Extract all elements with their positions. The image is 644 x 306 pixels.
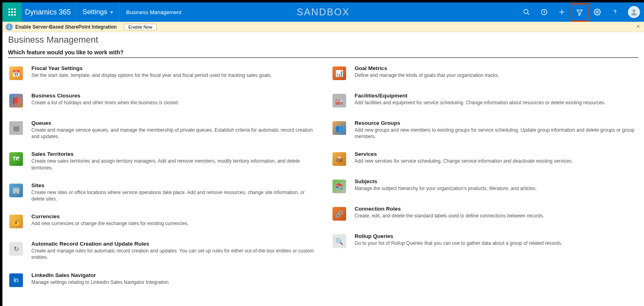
svg-point-9 xyxy=(524,9,528,14)
resource-groups-icon: 👥 xyxy=(332,121,346,135)
feature-currencies[interactable]: 💰CurrenciesAdd new currencies or change … xyxy=(8,209,315,237)
feature-title: Rollup Queries xyxy=(355,233,562,239)
help-button[interactable] xyxy=(606,2,624,22)
feature-desc: Create a list of holidays and other time… xyxy=(31,99,179,106)
plus-icon xyxy=(558,8,566,16)
svg-rect-1 xyxy=(11,8,13,10)
clock-icon xyxy=(541,8,548,16)
settings-button[interactable] xyxy=(588,2,606,22)
feature-text: Automatic Record Creation and Update Rul… xyxy=(31,241,315,261)
feature-desc: Manage settings relating to LinkedIn Sal… xyxy=(31,279,169,285)
currencies-icon: 💰 xyxy=(9,215,23,228)
feature-desc: Add new currencies or change the exchang… xyxy=(31,220,189,227)
feature-icon: 📅 xyxy=(8,65,24,81)
svg-point-16 xyxy=(615,14,615,14)
product-name[interactable]: Dynamics 365 xyxy=(22,8,76,17)
feature-automatic-record-creation-and-update-rules[interactable]: ↻Automatic Record Creation and Update Ru… xyxy=(8,237,315,268)
feature-text: Resource GroupsAdd new groups and new me… xyxy=(355,120,638,140)
funnel-icon xyxy=(576,9,583,16)
feature-icon: ↻ xyxy=(8,241,24,257)
feature-text: Rollup QueriesGo to your list of Rollup … xyxy=(355,233,562,249)
svg-marker-14 xyxy=(577,10,582,16)
feature-facilities-equipment[interactable]: 🏭Facilities/EquipmentAdd facilities and … xyxy=(331,89,638,116)
feature-icon: 📦 xyxy=(331,151,347,167)
search-icon xyxy=(523,8,530,16)
automatic-record-creation-and-update-rules-icon: ↻ xyxy=(9,242,23,256)
feature-title: Automatic Record Creation and Update Rul… xyxy=(31,241,315,247)
svg-rect-3 xyxy=(8,11,10,13)
feature-linkedin-sales-navigator[interactable]: inLinkedIn Sales NavigatorManage setting… xyxy=(8,268,315,296)
feature-subjects[interactable]: 📚SubjectsManage the subject hierarchy fo… xyxy=(331,174,638,202)
connection-roles-icon: 🔗 xyxy=(332,207,346,221)
waffle-icon xyxy=(8,8,16,16)
feature-icon: 🔗 xyxy=(331,206,347,222)
chevron-down-icon: ▼ xyxy=(109,10,114,14)
business-closures-icon: 📕 xyxy=(9,94,23,108)
svg-rect-7 xyxy=(11,14,13,16)
feature-title: Facilities/Equipment xyxy=(355,93,606,99)
notification-close-button[interactable]: × xyxy=(636,23,640,30)
feature-resource-groups[interactable]: 👥Resource GroupsAdd new groups and new m… xyxy=(331,116,638,147)
feature-desc: Define and manage the kinds of goals tha… xyxy=(355,72,499,79)
svg-point-17 xyxy=(633,9,636,12)
svg-rect-5 xyxy=(14,11,16,13)
feature-sites[interactable]: 🏢SitesCreate new sites or office locatio… xyxy=(8,178,315,209)
feature-icon: 🏭 xyxy=(331,93,347,109)
breadcrumb-label: Business Management xyxy=(126,9,181,15)
feature-title: Currencies xyxy=(31,213,189,219)
breadcrumb[interactable]: Business Management xyxy=(119,2,188,22)
svg-rect-8 xyxy=(14,14,16,16)
feature-text: LinkedIn Sales NavigatorManage settings … xyxy=(31,272,169,288)
notification-bar: i Enable Server-Based SharePoint Integra… xyxy=(2,22,644,32)
help-icon xyxy=(611,8,619,16)
feature-text: CurrenciesAdd new currencies or change t… xyxy=(31,213,189,229)
feature-icon: 📚 xyxy=(331,178,347,194)
sales-territories-icon: 🗺 xyxy=(9,152,23,166)
feature-desc: Create new sites or office locations whe… xyxy=(31,189,315,202)
search-button[interactable] xyxy=(518,2,535,22)
page-title: Business Management xyxy=(8,35,638,45)
feature-title: Business Closures xyxy=(31,93,179,99)
area-switcher[interactable]: Settings ▼ xyxy=(76,2,119,22)
feature-fiscal-year-settings[interactable]: 📅Fiscal Year SettingsSet the start date,… xyxy=(8,61,315,89)
feature-goal-metrics[interactable]: 📊Goal MetricsDefine and manage the kinds… xyxy=(331,61,638,89)
svg-line-10 xyxy=(527,13,529,15)
app-launcher-button[interactable] xyxy=(2,2,22,22)
feature-title: Subjects xyxy=(355,178,537,184)
user-avatar[interactable] xyxy=(628,6,640,18)
feature-title: Goal Metrics xyxy=(355,65,499,71)
feature-icon: in xyxy=(8,272,24,288)
feature-desc: Create new sales territories and assign … xyxy=(31,158,315,171)
feature-icon: 👥 xyxy=(331,120,347,136)
rollup-queries-icon: 🔍 xyxy=(332,234,346,248)
gear-icon xyxy=(594,8,601,16)
goal-metrics-icon: 📊 xyxy=(332,66,346,80)
feature-text: Fiscal Year SettingsSet the start date, … xyxy=(31,65,272,81)
section-rule xyxy=(8,57,638,58)
advanced-find-button[interactable] xyxy=(571,3,588,22)
info-icon: i xyxy=(6,23,13,31)
feature-sales-territories[interactable]: 🗺Sales TerritoriesCreate new sales terri… xyxy=(8,147,315,178)
feature-text: Business ClosuresCreate a list of holida… xyxy=(31,93,179,109)
feature-desc: Manage the subject hierarchy for your or… xyxy=(355,185,537,192)
feature-title: Services xyxy=(355,151,573,157)
enable-now-button[interactable]: Enable Now xyxy=(124,24,157,30)
feature-text: ServicesAdd new services for service sch… xyxy=(355,151,573,167)
feature-connection-roles[interactable]: 🔗Connection RolesCreate, edit, and delet… xyxy=(331,202,638,229)
feature-title: Sites xyxy=(31,182,315,188)
svg-rect-0 xyxy=(8,8,10,10)
feature-queues[interactable]: ▤QueuesCreate and manage service queues,… xyxy=(8,116,315,147)
new-record-button[interactable] xyxy=(553,2,571,22)
environment-badge: SANDBOX xyxy=(297,6,349,18)
feature-rollup-queries[interactable]: 🔍Rollup QueriesGo to your list of Rollup… xyxy=(331,229,638,256)
feature-services[interactable]: 📦ServicesAdd new services for service sc… xyxy=(331,147,638,174)
feature-business-closures[interactable]: 📕Business ClosuresCreate a list of holid… xyxy=(8,89,315,116)
feature-text: SitesCreate new sites or office location… xyxy=(31,182,315,202)
navbar-right xyxy=(518,2,644,22)
feature-icon: 🔍 xyxy=(331,233,347,249)
feature-desc: Go to your list of Rollup Queries that y… xyxy=(355,240,562,246)
facilities-equipment-icon: 🏭 xyxy=(332,94,346,108)
recent-button[interactable] xyxy=(535,2,553,22)
queues-icon: ▤ xyxy=(9,121,23,135)
notification-text: Enable Server-Based SharePoint Integrati… xyxy=(15,24,117,30)
